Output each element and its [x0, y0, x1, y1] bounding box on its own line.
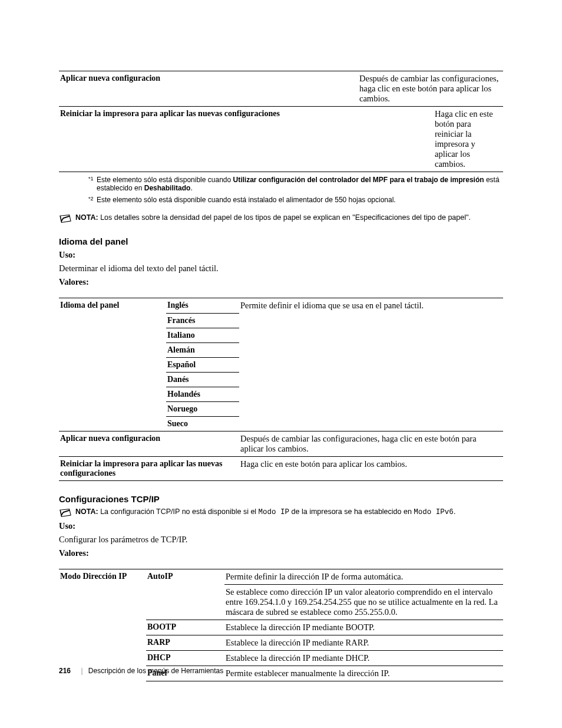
- idioma-row-label: Idioma del panel: [59, 298, 166, 314]
- idioma-uso-desc: Determinar el idioma del texto del panel…: [59, 263, 503, 274]
- tcpip-note-label: NOTA:: [75, 508, 98, 516]
- lang-4: Español: [166, 357, 239, 372]
- tcpip-uso-label: Uso:: [59, 521, 503, 531]
- footer-title: Descripción de los menús de Herramientas: [88, 667, 223, 675]
- mode-2-label: RARP: [146, 635, 224, 650]
- tcpip-valores-label: Valores:: [59, 548, 503, 558]
- note1-text: Los detalles sobre la densidad del papel…: [98, 213, 471, 222]
- lang-8: Sueco: [166, 416, 239, 431]
- t1-row0-desc: Después de cambiar las configuraciones, …: [358, 71, 503, 107]
- fn1-bold1: Utilizar configuración del controlador d…: [233, 176, 484, 184]
- mode-2-desc: Establece la dirección IP mediante RARP.: [224, 635, 503, 650]
- idioma-restart-desc: Haga clic en este botón para aplicar los…: [239, 456, 503, 480]
- idioma-uso-label: Uso:: [59, 250, 503, 260]
- tcpip-note-t1: La configuración TCP/IP no está disponib…: [98, 508, 259, 516]
- heading-tcpip: Configuraciones TCP/IP: [59, 494, 503, 504]
- mode-0-desc1: Permite definir la dirección IP de forma…: [224, 569, 503, 584]
- note1-label: NOTA:: [75, 213, 98, 222]
- idioma-table: Idioma del panel Inglés Permite definir …: [59, 298, 503, 481]
- lang-2: Italiano: [166, 328, 239, 342]
- footnotes: *1 Este elemento sólo está disponible cu…: [88, 176, 503, 204]
- tcpip-note-t2: de la impresora se ha establecido en: [289, 508, 414, 516]
- t1-row1-label: Reiniciar la impresora para aplicar las …: [59, 107, 358, 172]
- idioma-apply-desc: Después de cambiar las configuraciones, …: [239, 431, 503, 456]
- footnote-1: *1 Este elemento sólo está disponible cu…: [88, 176, 503, 192]
- lang-6: Holandés: [166, 387, 239, 401]
- mode-3-label: DHCP: [146, 650, 224, 666]
- mode-0-desc2: Se establece como dirección IP un valor …: [224, 584, 503, 620]
- note-icon: [59, 508, 72, 518]
- t1-row0-label: Aplicar nueva configuracion: [59, 71, 358, 107]
- config-table-1: Aplicar nueva configuracion Después de c…: [59, 71, 503, 172]
- page-number: 216: [59, 667, 71, 675]
- tcpip-note-m2: Modo IPv6: [414, 508, 454, 516]
- mode-1-desc: Establece la dirección IP mediante BOOTP…: [224, 620, 503, 635]
- tcpip-note-m1: Modo IP: [259, 508, 290, 516]
- fn2-text: Este elemento sólo está disponible cuand…: [97, 196, 396, 204]
- heading-idioma: Idioma del panel: [59, 236, 503, 246]
- footnote-1-marker: *1: [88, 176, 97, 192]
- footnote-2: *2 Este elemento sólo está disponible cu…: [88, 196, 503, 204]
- lang-0: Inglés: [166, 298, 239, 314]
- fn1-suffix: .: [190, 184, 192, 192]
- tcpip-table: Modo Dirección IP AutoIP Permite definir…: [59, 569, 503, 681]
- idioma-restart-label: Reiniciar la impresora para aplicar las …: [59, 456, 239, 480]
- tcpip-note-t3: .: [454, 508, 455, 516]
- mode-1-label: BOOTP: [146, 620, 224, 635]
- lang-5: Danés: [166, 372, 239, 387]
- lang-3: Alemán: [166, 342, 239, 357]
- fn1-prefix: Este elemento sólo está disponible cuand…: [97, 176, 233, 184]
- lang-1: Francés: [166, 313, 239, 328]
- tcpip-uso-desc: Configurar los parámetros de TCP/IP.: [59, 535, 503, 545]
- t1-row1-desc: Haga clic en este botón para reiniciar l…: [358, 107, 503, 172]
- note-density: NOTA: Los detalles sobre la densidad del…: [59, 213, 503, 223]
- footnote-2-marker: *2: [88, 196, 97, 204]
- note-icon: [59, 214, 72, 223]
- idioma-apply-label: Aplicar nueva configuracion: [59, 431, 239, 456]
- idioma-row-desc: Permite definir el idioma que se usa en …: [239, 298, 503, 314]
- idioma-valores-label: Valores:: [59, 277, 503, 287]
- tcpip-row-label: Modo Dirección IP: [59, 569, 146, 681]
- page-footer: 216 | Descripción de los menús de Herram…: [59, 667, 223, 675]
- lang-7: Noruego: [166, 401, 239, 416]
- fn1-bold2: Deshabilitado: [144, 184, 191, 192]
- footer-divider: |: [81, 667, 82, 675]
- mode-0-label: AutoIP: [146, 569, 224, 620]
- mode-4-desc: Permite establecer manualmente la direcc…: [224, 666, 503, 681]
- note-tcpip: NOTA: La configuración TCP/IP no está di…: [59, 508, 503, 518]
- document-page: Aplicar nueva configuracion Después de c…: [0, 0, 562, 728]
- mode-3-desc: Establece la dirección IP mediante DHCP.: [224, 650, 503, 666]
